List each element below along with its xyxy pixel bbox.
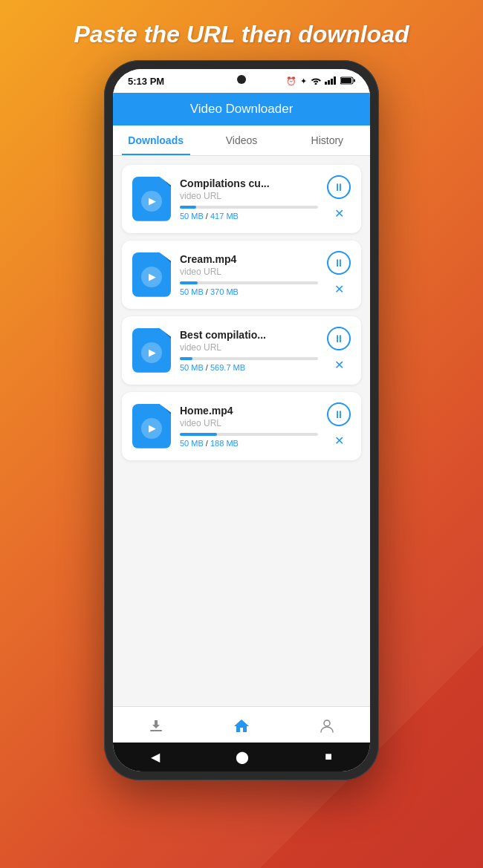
svg-rect-6 — [354, 79, 355, 82]
svg-rect-1 — [328, 80, 330, 85]
file-icon-1: ▶ — [132, 177, 171, 221]
progress-fill-4 — [180, 433, 217, 436]
card-title-1: Compilations cu... — [180, 177, 318, 189]
svg-point-8 — [324, 720, 330, 726]
download-card-3: ▶ Best compilatio... video URL 50 MB / 5… — [122, 316, 361, 385]
tab-history[interactable]: History — [285, 125, 370, 155]
progress-text-1: 50 MB / 417 MB — [180, 212, 318, 221]
progress-bar-1 — [180, 206, 318, 209]
camera-notch — [237, 75, 246, 84]
play-icon-2: ▶ — [141, 267, 162, 287]
progress-bar-2 — [180, 281, 318, 284]
cancel-button-2[interactable]: ✕ — [330, 281, 348, 298]
card-subtitle-4: video URL — [180, 418, 318, 428]
card-title-3: Best compilatio... — [180, 329, 318, 341]
pause-button-4[interactable]: ⏸ — [327, 402, 351, 426]
card-subtitle-3: video URL — [180, 342, 318, 353]
svg-rect-7 — [150, 730, 162, 731]
signal-icon — [325, 76, 337, 86]
wifi-icon — [311, 76, 321, 86]
tab-videos[interactable]: Videos — [198, 125, 284, 155]
card-title-2: Cream.mp4 — [180, 253, 318, 265]
pause-button-3[interactable]: ⏸ — [327, 327, 351, 350]
progress-text-2: 50 MB / 370 MB — [180, 287, 318, 296]
svg-rect-5 — [341, 78, 351, 83]
card-subtitle-2: video URL — [180, 267, 318, 277]
play-icon-4: ▶ — [141, 418, 162, 439]
download-nav-icon — [147, 717, 165, 735]
download-card-4: ▶ Home.mp4 video URL 50 MB / 188 MB ⏸ ✕ — [122, 392, 361, 460]
file-icon-3: ▶ — [132, 328, 171, 373]
card-actions-4: ⏸ ✕ — [327, 402, 351, 450]
alarm-icon: ⏰ — [286, 76, 296, 86]
headline: Paste the URL then download — [52, 0, 432, 60]
file-icon-2: ▶ — [132, 252, 171, 297]
android-nav-bar: ◀ ⬤ ■ — [113, 743, 370, 771]
card-info-1: Compilations cu... video URL 50 MB / 417… — [180, 177, 318, 221]
phone-screen: 5:13 PM ⏰ ✦ Video Downloader — [113, 69, 370, 771]
status-bar: 5:13 PM ⏰ ✦ — [113, 69, 370, 93]
battery-icon — [340, 76, 355, 86]
cancel-button-4[interactable]: ✕ — [330, 432, 348, 450]
bottom-nav — [113, 706, 370, 743]
status-time: 5:13 PM — [128, 76, 164, 87]
tab-downloads[interactable]: Downloads — [113, 125, 198, 155]
back-button[interactable]: ◀ — [151, 750, 160, 764]
nav-home[interactable] — [221, 714, 262, 738]
file-icon-4: ▶ — [132, 404, 171, 448]
progress-bar-4 — [180, 433, 318, 436]
play-icon-3: ▶ — [141, 342, 162, 363]
downloads-list: ▶ Compilations cu... video URL 50 MB / 4… — [113, 156, 370, 706]
status-icons: ⏰ ✦ — [286, 76, 355, 86]
pause-button-2[interactable]: ⏸ — [327, 251, 351, 275]
tabs-bar: Downloads Videos History — [113, 125, 370, 156]
card-title-4: Home.mp4 — [180, 405, 318, 417]
download-card-2: ▶ Cream.mp4 video URL 50 MB / 370 MB ⏸ ✕ — [122, 241, 361, 309]
home-nav-icon — [233, 717, 250, 735]
bluetooth-icon: ✦ — [300, 76, 307, 86]
progress-text-3: 50 MB / 569.7 MB — [180, 363, 318, 372]
svg-rect-0 — [325, 82, 327, 85]
progress-bar-3 — [180, 357, 318, 360]
svg-rect-2 — [331, 79, 333, 85]
card-info-2: Cream.mp4 video URL 50 MB / 370 MB — [180, 253, 318, 296]
progress-text-4: 50 MB / 188 MB — [180, 439, 318, 448]
profile-nav-icon — [318, 717, 336, 735]
app-header: Video Downloader — [113, 93, 370, 125]
cancel-button-1[interactable]: ✕ — [330, 205, 348, 223]
progress-fill-1 — [180, 206, 196, 209]
cancel-button-3[interactable]: ✕ — [330, 356, 348, 374]
pause-button-1[interactable]: ⏸ — [327, 175, 351, 199]
recent-button[interactable]: ■ — [325, 750, 332, 763]
app-title: Video Downloader — [190, 102, 294, 116]
nav-profile[interactable] — [306, 714, 348, 738]
progress-fill-2 — [180, 281, 198, 284]
card-actions-3: ⏸ ✕ — [327, 327, 351, 374]
play-icon-1: ▶ — [141, 191, 162, 212]
svg-rect-3 — [334, 76, 336, 85]
home-button[interactable]: ⬤ — [236, 750, 249, 764]
card-actions-2: ⏸ ✕ — [327, 251, 351, 298]
phone-frame: 5:13 PM ⏰ ✦ Video Downloader — [104, 60, 379, 780]
progress-fill-3 — [180, 357, 192, 360]
nav-downloads[interactable] — [135, 714, 177, 738]
card-actions-1: ⏸ ✕ — [327, 175, 351, 223]
download-card-1: ▶ Compilations cu... video URL 50 MB / 4… — [122, 165, 361, 233]
card-subtitle-1: video URL — [180, 191, 318, 201]
card-info-3: Best compilatio... video URL 50 MB / 569… — [180, 329, 318, 372]
card-info-4: Home.mp4 video URL 50 MB / 188 MB — [180, 405, 318, 448]
